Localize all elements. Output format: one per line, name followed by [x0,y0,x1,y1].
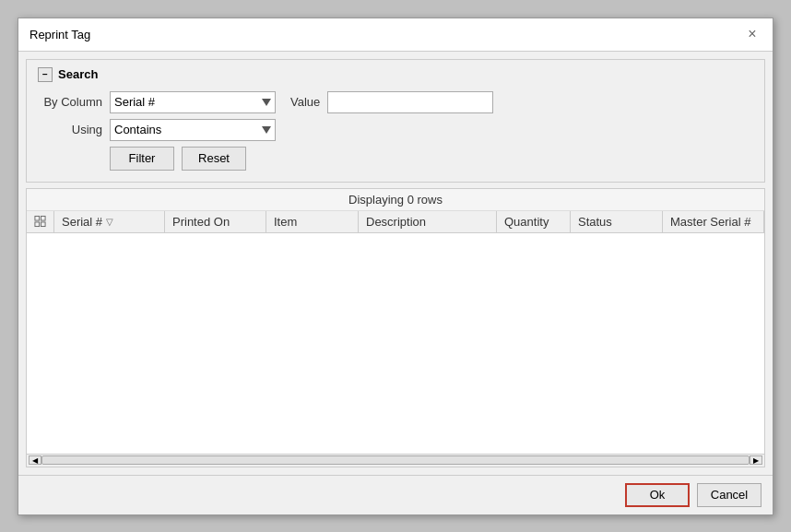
using-label: Using [38,123,102,136]
value-input[interactable] [327,91,493,113]
scrollbar-area: ◀ ▶ [27,454,764,467]
grid-header-master-serial[interactable]: Master Serial # [663,211,764,232]
grid-header-icon [27,211,54,232]
scroll-right-arrow[interactable]: ▶ [750,455,762,465]
filter-button[interactable]: Filter [110,147,174,171]
scroll-left-arrow[interactable]: ◀ [29,455,41,465]
grid-header-printed[interactable]: Printed On [165,211,266,232]
dialog-body: − Search By Column Serial # Printed On I… [18,52,773,475]
search-header: − Search [38,67,753,82]
cancel-button[interactable]: Cancel [697,483,761,507]
search-section: − Search By Column Serial # Printed On I… [26,59,765,183]
reset-button[interactable]: Reset [182,147,246,171]
grid-icon [34,215,46,228]
grid-header-item-label: Item [274,215,297,229]
by-column-dropdown[interactable]: Serial # Printed On Item Description Qua… [110,91,276,113]
collapse-button[interactable]: − [38,67,53,82]
search-title: Search [58,67,98,81]
grid-header-master-serial-label: Master Serial # [670,215,750,229]
by-column-label: By Column [38,95,102,109]
svg-rect-2 [35,222,40,227]
sort-icon-serial: ▽ [106,217,113,227]
svg-rect-1 [41,216,45,220]
dialog-footer: Ok Cancel [18,475,773,514]
grid-header-printed-label: Printed On [172,215,230,229]
grid-section: Displaying 0 rows Serial # ▽ Printed On [26,188,765,467]
filter-row: Filter Reset [110,147,753,171]
svg-rect-0 [35,216,40,220]
dialog-title: Reprint Tag [30,28,90,41]
grid-header: Serial # ▽ Printed On Item Description Q… [27,211,764,233]
grid-header-status-label: Status [578,215,612,229]
close-button[interactable]: × [743,25,761,43]
horizontal-scrollbar[interactable] [41,455,750,465]
grid-header-item[interactable]: Item [266,211,359,232]
using-row: Using Contains Starts With Ends With Equ… [38,119,753,141]
using-dropdown[interactable]: Contains Starts With Ends With Equals [110,119,276,141]
grid-status: Displaying 0 rows [27,189,764,211]
by-column-row: By Column Serial # Printed On Item Descr… [38,91,753,113]
grid-header-quantity-label: Quantity [504,215,549,229]
value-label: Value [290,95,320,109]
grid-header-description[interactable]: Description [359,211,497,232]
grid-header-serial[interactable]: Serial # ▽ [54,211,165,232]
svg-rect-3 [41,222,45,227]
grid-body [27,233,764,454]
grid-header-serial-label: Serial # [62,215,102,229]
reprint-tag-dialog: Reprint Tag × − Search By Column Serial … [18,18,773,515]
ok-button[interactable]: Ok [625,483,690,507]
grid-header-status[interactable]: Status [571,211,663,232]
grid-header-quantity[interactable]: Quantity [497,211,571,232]
title-bar: Reprint Tag × [18,18,773,52]
grid-header-description-label: Description [366,215,426,229]
